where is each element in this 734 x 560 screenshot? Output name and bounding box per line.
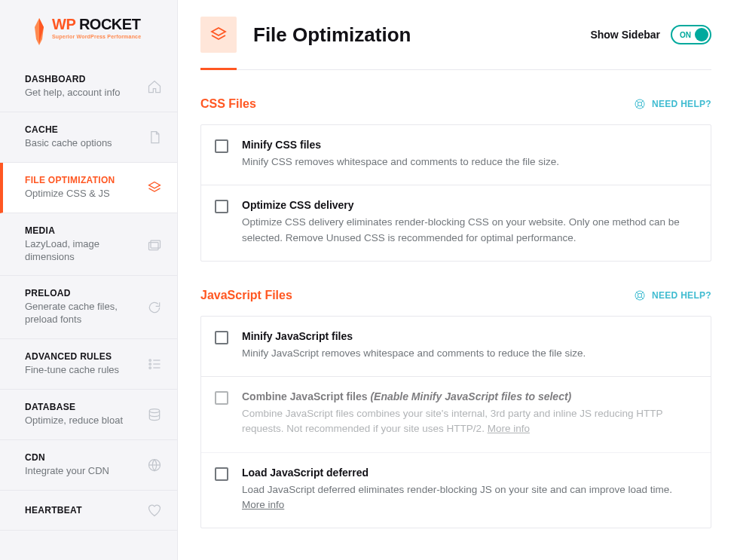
svg-line-14: [636, 106, 638, 108]
svg-point-2: [149, 360, 151, 362]
more-info-link[interactable]: More info: [488, 423, 530, 434]
layers-icon: [209, 26, 228, 44]
section-title-js: JavaScript Files: [200, 289, 292, 302]
svg-line-18: [636, 292, 638, 294]
option-defer-js: Load JavaScript deferred Load JavaScript…: [201, 453, 711, 528]
sidebar-item-heartbeat[interactable]: HEARTBEAT: [0, 491, 177, 531]
option-title: Load JavaScript deferred: [242, 467, 697, 479]
file-icon: [147, 130, 162, 145]
sidebar-item-file-optimization[interactable]: FILE OPTIMIZATIONOptimize CSS & JS: [0, 163, 177, 213]
sidebar-item-database[interactable]: DATABASEOptimize, reduce bloat: [0, 390, 177, 440]
life-ring-icon: [634, 289, 646, 301]
svg-point-6: [149, 367, 151, 369]
more-info-link[interactable]: More info: [242, 499, 284, 510]
option-title: Minify CSS files: [242, 139, 697, 151]
sidebar: WP ROCKET Superior WordPress Performance…: [0, 0, 178, 560]
option-title: Combine JavaScript files (Enable Minify …: [242, 390, 697, 402]
sidebar-item-media[interactable]: MEDIALazyLoad, image dimensions: [0, 213, 177, 277]
checkbox-minify-js[interactable]: [215, 331, 228, 344]
page-icon: [200, 17, 237, 53]
help-link-css[interactable]: NEED HELP?: [634, 98, 711, 110]
svg-point-4: [149, 363, 151, 366]
life-ring-icon: [634, 98, 646, 110]
checkbox-defer-js[interactable]: [215, 467, 228, 481]
header: File Optimization Show Sidebar ON: [200, 17, 711, 70]
option-optimize-css-delivery: Optimize CSS delivery Optimize CSS deliv…: [201, 185, 711, 261]
home-icon: [147, 79, 162, 94]
option-combine-js: Combine JavaScript files (Enable Minify …: [201, 377, 711, 453]
option-desc: Minify CSS removes whitespace and commen…: [242, 155, 697, 170]
layers-icon: [147, 180, 162, 195]
toggle-knob: [695, 28, 708, 41]
list-icon: [147, 357, 162, 372]
section-title-css: CSS Files: [200, 97, 256, 111]
sidebar-item-cache[interactable]: CACHEBasic cache options: [0, 112, 177, 163]
svg-line-19: [641, 292, 644, 294]
checkbox-optimize-css-delivery[interactable]: [215, 200, 228, 213]
page-title: File Optimization: [253, 23, 411, 47]
svg-line-21: [641, 297, 644, 299]
checkbox-minify-css[interactable]: [215, 139, 228, 153]
svg-point-17: [638, 293, 641, 297]
sidebar-item-dashboard[interactable]: DASHBOARDGet help, account info: [0, 62, 177, 112]
show-sidebar-label: Show Sidebar: [590, 29, 660, 41]
sidebar-item-cdn[interactable]: CDNIntegrate your CDN: [0, 440, 177, 491]
option-minify-js: Minify JavaScript files Minify JavaScrip…: [201, 317, 711, 377]
show-sidebar-toggle[interactable]: ON: [671, 25, 711, 44]
option-desc: Minify JavaScript removes whitespace and…: [242, 346, 697, 361]
option-title: Minify JavaScript files: [242, 330, 697, 342]
panel-js: Minify JavaScript files Minify JavaScrip…: [200, 316, 711, 528]
svg-line-15: [641, 106, 644, 108]
svg-line-13: [641, 100, 644, 103]
database-icon: [147, 407, 162, 422]
main: File Optimization Show Sidebar ON CSS Fi…: [178, 0, 734, 560]
svg-line-12: [636, 100, 638, 103]
panel-css: Minify CSS files Minify CSS removes whit…: [200, 124, 711, 262]
heart-icon: [147, 503, 162, 518]
option-desc: Load JavaScript deferred eliminates rend…: [242, 482, 697, 513]
refresh-icon: [147, 300, 162, 315]
option-minify-css: Minify CSS files Minify CSS removes whit…: [201, 125, 711, 185]
globe-icon: [147, 457, 162, 473]
logo: WP ROCKET Superior WordPress Performance: [0, 0, 177, 62]
nav: DASHBOARDGet help, account info CACHEBas…: [0, 62, 177, 531]
svg-line-20: [636, 297, 638, 299]
svg-point-11: [638, 102, 641, 106]
help-link-js[interactable]: NEED HELP?: [634, 289, 711, 301]
option-desc: Optimize CSS delivery eliminates render-…: [242, 215, 697, 246]
sidebar-item-advanced-rules[interactable]: ADVANCED RULESFine-tune cache rules: [0, 339, 177, 390]
section-js: JavaScript Files NEED HELP? Minify JavaS…: [200, 289, 711, 528]
option-title: Optimize CSS delivery: [242, 199, 697, 211]
rocket-icon: [30, 17, 48, 47]
section-css: CSS Files NEED HELP? Minify CSS files Mi…: [200, 97, 711, 262]
sidebar-item-preload[interactable]: PRELOADGenerate cache files, preload fon…: [0, 276, 177, 339]
checkbox-combine-js: [215, 391, 228, 405]
svg-point-8: [149, 409, 159, 413]
images-icon: [147, 237, 162, 252]
option-desc: Combine JavaScript files combines your s…: [242, 406, 697, 437]
